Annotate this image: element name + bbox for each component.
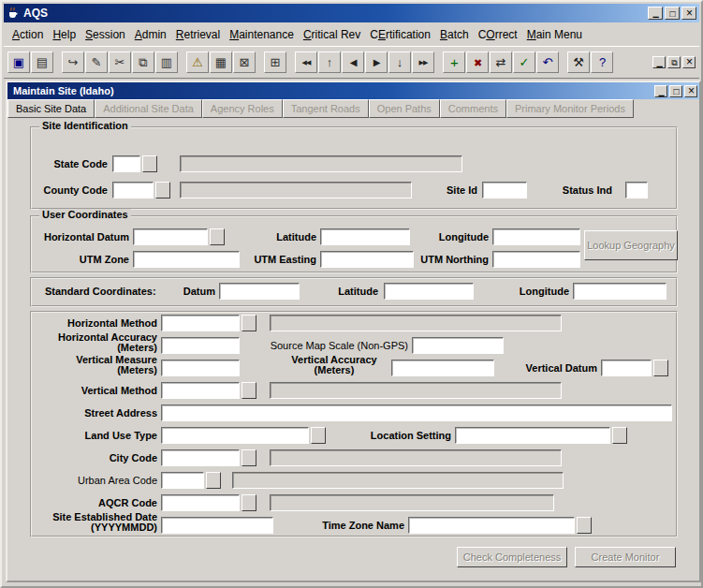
scroll-up-button[interactable]: ↑ (318, 51, 341, 73)
utm-easting-input[interactable] (320, 251, 414, 268)
site-id-input[interactable] (482, 182, 527, 198)
menu-correct[interactable]: COrrect (474, 25, 522, 44)
urban-area-code-input[interactable] (161, 472, 204, 489)
edit-button[interactable]: ✎ (85, 51, 108, 73)
save-button[interactable]: ▣ (7, 51, 30, 73)
time-zone-name-lov-button[interactable] (577, 517, 592, 534)
minimize-button[interactable]: ▁ (652, 56, 666, 68)
vertical-method-lov-button[interactable] (242, 382, 256, 399)
vertical-datum-lov-button[interactable] (653, 360, 668, 376)
commit-button[interactable]: ✓ (513, 51, 535, 73)
state-code-lov-button[interactable] (142, 155, 157, 172)
remove-record-button[interactable]: ✖ (466, 51, 489, 73)
maximize-button[interactable]: □ (665, 7, 680, 20)
minimize-button[interactable]: ▁ (648, 7, 663, 20)
close-button[interactable]: × (684, 85, 697, 97)
utm-northing-input[interactable] (492, 251, 580, 268)
toolbar-separator (287, 51, 294, 73)
utm-northing-label: UTM Northing (408, 254, 489, 265)
status-ind-input[interactable] (625, 182, 648, 198)
previous-record-button[interactable]: ◀ (342, 51, 364, 73)
time-zone-name-input[interactable] (408, 517, 575, 534)
insert-record-icon: + (450, 54, 458, 70)
display-error-button[interactable]: ⚠ (186, 51, 209, 73)
last-record-button[interactable]: ▶▶ (412, 51, 434, 73)
location-setting-input[interactable] (455, 427, 610, 444)
county-code-label: County Code (30, 184, 108, 196)
horizontal-datum-input[interactable] (133, 228, 208, 245)
tab-tangent-roads: Tangent Roads (283, 99, 369, 118)
child-titlebar[interactable]: Maintain Site (Idaho) ▁□× (7, 82, 699, 99)
vertical-accuracy-label: Vertical Accuracy (Meters) (285, 355, 384, 375)
urban-area-code-lov-button[interactable] (206, 472, 221, 489)
copy-button[interactable]: ⧉ (132, 51, 154, 73)
menu-certification[interactable]: CErtification (365, 25, 435, 44)
print-button[interactable]: ▤ (31, 51, 53, 73)
tab-open-paths: Open Paths (369, 99, 440, 118)
menu-retrieval[interactable]: Retrieval (171, 25, 225, 44)
main-titlebar[interactable]: AQS ▁□× (4, 4, 699, 22)
vertical-method-input[interactable] (161, 382, 240, 399)
vertical-datum-input[interactable] (601, 360, 652, 376)
list-values-button[interactable]: ⊞ (264, 51, 286, 73)
paste-icon: ▥ (161, 55, 172, 69)
vertical-measure-input[interactable] (161, 360, 240, 376)
lock-record-button[interactable]: ⇄ (490, 51, 512, 73)
horizontal-datum-lov-button[interactable] (210, 228, 225, 245)
utm-easting-label: UTM Easting (242, 254, 316, 265)
state-code-input[interactable] (112, 155, 140, 172)
java-coffee-icon (7, 7, 20, 20)
std-latitude-field (384, 283, 474, 300)
tab-comments: Comments (440, 99, 506, 118)
insert-record-button[interactable]: + (443, 51, 465, 73)
horizontal-method-input[interactable] (161, 315, 240, 331)
maximize-button[interactable]: □ (669, 85, 682, 97)
tab-basic-site-data[interactable]: Basic Site Data (7, 99, 95, 118)
city-code-lov-button[interactable] (242, 449, 256, 466)
horizontal-method-lov-button[interactable] (242, 315, 256, 331)
aqcr-code-lov-button[interactable] (242, 494, 256, 511)
restore-button[interactable]: ⧉ (667, 56, 681, 68)
city-code-input[interactable] (161, 449, 240, 466)
horizontal-accuracy-input[interactable] (161, 337, 240, 354)
close-button[interactable]: × (682, 56, 696, 68)
next-record-button[interactable]: ▶ (365, 51, 388, 73)
cut-button[interactable]: ✂ (109, 51, 131, 73)
menu-critical-rev[interactable]: Critical Rev (299, 25, 365, 44)
tab-additional-site-data: Additional Site Data (95, 99, 202, 118)
rollback-button[interactable]: ↶ (536, 51, 559, 73)
aqcr-code-input[interactable] (161, 494, 240, 511)
site-established-date-input[interactable] (161, 517, 273, 534)
land-use-type-input[interactable] (161, 427, 309, 444)
land-use-type-lov-button[interactable] (311, 427, 326, 444)
menu-main-menu[interactable]: Main Menu (522, 25, 587, 44)
county-code-lov-button[interactable] (155, 182, 170, 198)
menu-help[interactable]: Help (48, 25, 81, 44)
std-longitude-field (573, 283, 666, 300)
horizontal-datum-label: Horizontal Datum (30, 231, 129, 243)
menu-batch[interactable]: Batch (435, 25, 474, 44)
street-address-input[interactable] (161, 404, 672, 421)
menu-maintenance[interactable]: Maintenance (225, 25, 299, 44)
menu-admin[interactable]: Admin (130, 25, 171, 44)
scroll-down-button[interactable]: ↓ (388, 51, 411, 73)
county-code-input[interactable] (112, 182, 154, 198)
vertical-accuracy-input[interactable] (391, 360, 494, 376)
minimize-button[interactable]: ▁ (654, 85, 667, 97)
clear-record-button[interactable]: ⊠ (233, 51, 256, 73)
menu-session[interactable]: Session (81, 25, 130, 44)
source-map-scale-input[interactable] (412, 337, 504, 354)
duplicate-record-button[interactable]: ▦ (210, 51, 232, 73)
longitude-input[interactable] (492, 228, 580, 245)
street-address-label: Street Address (30, 407, 157, 419)
menu-action[interactable]: Action (7, 25, 48, 44)
close-button[interactable]: × (681, 7, 696, 20)
paste-button[interactable]: ▥ (155, 51, 178, 73)
utm-zone-input[interactable] (133, 251, 240, 268)
location-setting-lov-button[interactable] (612, 427, 627, 444)
tools-button[interactable]: ⚒ (567, 51, 590, 73)
help-button[interactable]: ? (591, 51, 613, 73)
first-record-button[interactable]: ◀◀ (295, 51, 317, 73)
exit-button[interactable]: ↪ (62, 51, 84, 73)
latitude-input[interactable] (320, 228, 410, 245)
